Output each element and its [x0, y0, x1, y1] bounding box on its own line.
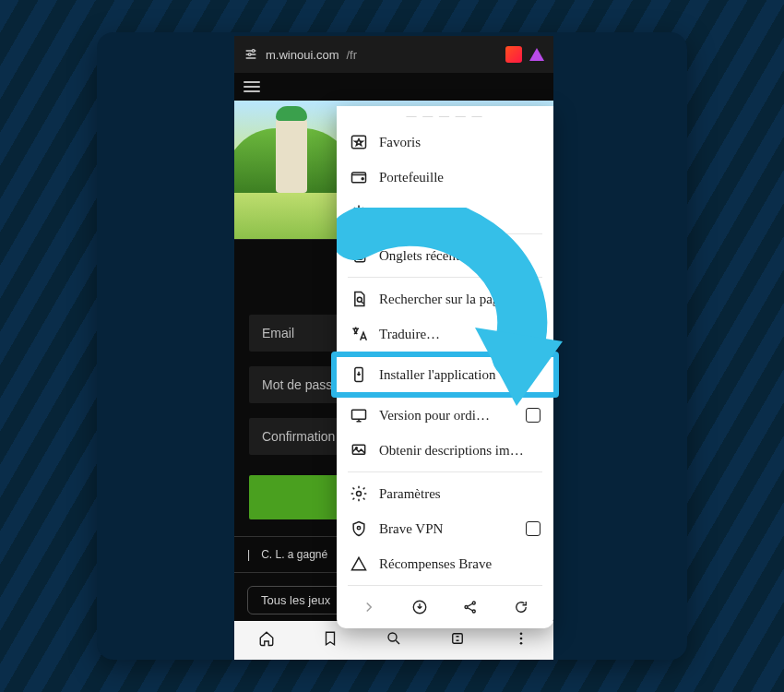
translate-icon: [350, 325, 368, 343]
menu-label: Paramètres: [379, 486, 441, 502]
svg-rect-12: [352, 249, 362, 259]
menu-item-favorites[interactable]: Favoris: [337, 125, 553, 160]
reload-icon[interactable]: [513, 599, 529, 619]
menu-label: Obtenir descriptions im…: [379, 443, 524, 459]
svg-point-13: [357, 297, 362, 302]
checkbox-icon[interactable]: [526, 408, 540, 423]
svg-point-10: [362, 178, 363, 180]
hamburger-icon[interactable]: [244, 81, 260, 92]
menu-truncated-top: — — — — —: [337, 110, 553, 125]
star-icon: [350, 133, 368, 151]
ticker-text: C. L. a gagné: [261, 548, 327, 561]
menu-separator: [348, 471, 542, 472]
menu-item-descriptions[interactable]: Obtenir descriptions im…: [337, 433, 553, 468]
svg-rect-11: [355, 252, 365, 262]
svg-point-23: [472, 610, 475, 613]
share-icon[interactable]: [462, 599, 479, 619]
site-top-nav: [234, 73, 553, 101]
menu-item-translate[interactable]: Traduire…: [337, 316, 553, 352]
vpn-shield-icon: [350, 519, 368, 538]
svg-point-17: [356, 447, 358, 449]
url-path: /fr: [346, 48, 357, 62]
browser-address-bar[interactable]: m.winoui.com/fr: [234, 36, 553, 73]
menu-label: Portefeuille: [379, 170, 444, 185]
menu-separator: [348, 585, 542, 586]
wallet-icon: [350, 168, 368, 186]
svg-point-5: [520, 632, 523, 635]
image-description-icon: [350, 441, 368, 459]
ticker-divider: |: [247, 548, 250, 561]
menu-label: Récompenses Brave: [379, 556, 492, 572]
menu-label: Traduire…: [379, 327, 440, 342]
bookmark-icon[interactable]: [322, 630, 339, 650]
desktop-icon: [350, 406, 368, 424]
filter-all-games[interactable]: Tous les jeux: [247, 586, 344, 614]
screenshot-card: m.winoui.com/fr 1 S'INSCRIRE Email Mot d…: [97, 32, 687, 660]
menu-item-wallet[interactable]: Portefeuille: [337, 160, 553, 195]
menu-separator: [348, 233, 542, 234]
menu-item-recent-tabs[interactable]: Onglets récents: [337, 238, 553, 273]
install-icon: [350, 365, 368, 384]
menu-label: Rechercher sur la page: [379, 292, 505, 307]
menu-label: Installer l'application: [379, 367, 495, 383]
menu-item-install-app[interactable]: Installer l'application: [331, 352, 559, 398]
brave-triangle-icon: [350, 555, 368, 573]
menu-label: Onglets récents: [379, 248, 465, 264]
browser-overflow-menu: — — — — — Favoris Portefeuille Leo Ongle…: [337, 106, 553, 628]
menu-item-find-in-page[interactable]: Rechercher sur la page: [337, 281, 553, 316]
find-in-page-icon: [350, 290, 368, 308]
svg-point-22: [472, 602, 475, 604]
home-icon[interactable]: [258, 630, 275, 650]
menu-label: Brave VPN: [379, 521, 443, 537]
menu-item-rewards[interactable]: Récompenses Brave: [337, 546, 553, 581]
menu-label: Version pour ordi…: [379, 408, 490, 424]
brave-rewards-icon[interactable]: [529, 48, 544, 61]
svg-point-3: [388, 633, 397, 641]
sparkle-icon: [350, 203, 368, 221]
menu-item-desktop-version[interactable]: Version pour ordi…: [337, 398, 553, 433]
checkbox-icon[interactable]: [526, 521, 540, 536]
svg-rect-15: [352, 410, 366, 419]
svg-rect-4: [453, 634, 463, 644]
gear-icon: [350, 484, 368, 503]
menu-label: Leo: [379, 205, 400, 221]
url-domain: m.winoui.com: [266, 48, 339, 62]
download-icon[interactable]: [411, 599, 428, 619]
svg-point-1: [248, 54, 251, 56]
forward-icon[interactable]: [361, 599, 377, 619]
menu-item-leo[interactable]: Leo: [337, 195, 553, 230]
svg-point-7: [520, 642, 523, 645]
svg-point-0: [252, 50, 255, 53]
svg-point-19: [357, 527, 360, 530]
menu-separator: [348, 277, 542, 278]
svg-point-6: [520, 638, 523, 640]
svg-point-21: [465, 606, 468, 609]
tabs-stack-icon: [350, 246, 368, 265]
menu-toolbar: [337, 590, 553, 621]
menu-item-settings[interactable]: Paramètres: [337, 476, 553, 511]
brave-shield-icon[interactable]: [505, 46, 522, 63]
svg-point-18: [357, 492, 362, 496]
menu-dots-icon[interactable]: [513, 630, 529, 650]
menu-label: Favoris: [379, 135, 421, 150]
tabs-icon[interactable]: [449, 630, 466, 650]
tune-icon: [244, 47, 258, 62]
search-icon[interactable]: [386, 630, 402, 650]
menu-item-vpn[interactable]: Brave VPN: [337, 511, 553, 546]
